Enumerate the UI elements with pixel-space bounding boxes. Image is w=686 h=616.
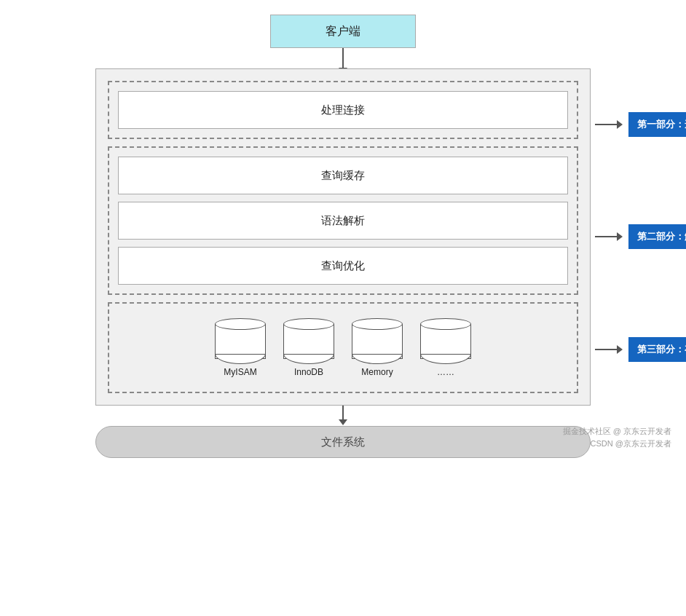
label2-badge: 第二部分：解析与优化 — [628, 224, 686, 249]
innodb-cylinder — [283, 318, 334, 364]
diagram-wrapper: 客户端 处理连接 查询缓存 语法解析 查询优化 — [0, 15, 686, 458]
right-labels-panel: 第一部分：连接管理 第二部分：解析与优化 第三部分：存储引擎 — [595, 68, 686, 406]
syntax-parse-box: 语法解析 — [118, 202, 568, 240]
client-label: 客户端 — [326, 24, 360, 39]
label1-row: 第一部分：连接管理 — [595, 112, 686, 137]
arrow-head-1 — [617, 120, 623, 129]
myisam-bottom — [215, 354, 266, 364]
memory-top — [352, 318, 403, 330]
memory-engine: Memory — [352, 318, 403, 377]
server-box: 处理连接 查询缓存 语法解析 查询优化 — [95, 68, 591, 406]
watermark-line1: 掘金技术社区 @ 京东云开发者 — [563, 425, 671, 438]
other-top — [420, 318, 471, 330]
watermark-line2: CSDN @京东云开发者 — [563, 438, 671, 451]
query-cache-label: 查询缓存 — [321, 169, 365, 183]
arrow-line-3 — [595, 349, 617, 350]
connection-section: 处理连接 — [108, 81, 578, 139]
other-cylinder — [420, 318, 471, 364]
other-engine: …… — [420, 318, 471, 377]
connection-label: 处理连接 — [321, 103, 365, 117]
label2-row: 第二部分：解析与优化 — [595, 224, 686, 249]
engine-cylinders: MyISAM InnoDB — [215, 312, 471, 383]
innodb-label: InnoDB — [294, 367, 323, 377]
filesystem-bar: 文件系统 — [95, 426, 591, 458]
other-bottom — [420, 354, 471, 364]
connection-box: 处理连接 — [118, 91, 568, 129]
arrow-head-3 — [617, 345, 623, 354]
myisam-engine: MyISAM — [215, 318, 266, 377]
innodb-engine: InnoDB — [283, 318, 334, 377]
filesystem-label: 文件系统 — [321, 435, 365, 449]
server-to-fs-arrow — [342, 406, 344, 420]
innodb-bottom — [283, 354, 334, 364]
client-to-server-arrow — [342, 48, 344, 68]
query-optimize-label: 查询优化 — [321, 259, 365, 273]
memory-bottom — [352, 354, 403, 364]
query-optimize-box: 查询优化 — [118, 247, 568, 285]
other-label: …… — [437, 367, 454, 377]
server-area: 处理连接 查询缓存 语法解析 查询优化 — [95, 68, 591, 406]
arrow-line-2 — [595, 236, 617, 237]
myisam-label: MyISAM — [224, 367, 256, 377]
watermark: 掘金技术社区 @ 京东云开发者 CSDN @京东云开发者 — [563, 425, 671, 451]
query-cache-box: 查询缓存 — [118, 157, 568, 194]
innodb-top — [283, 318, 334, 330]
storage-section: MyISAM InnoDB — [108, 302, 578, 393]
syntax-parse-label: 语法解析 — [321, 214, 365, 228]
client-box: 客户端 — [270, 15, 416, 48]
arrow-head-2 — [617, 232, 623, 241]
myisam-top — [215, 318, 266, 330]
arrow-line-1 — [595, 124, 617, 125]
label3-badge: 第三部分：存储引擎 — [628, 337, 686, 362]
label3-row: 第三部分：存储引擎 — [595, 337, 686, 362]
myisam-cylinder — [215, 318, 266, 364]
parsing-section: 查询缓存 语法解析 查询优化 — [108, 146, 578, 295]
memory-cylinder — [352, 318, 403, 364]
label1-badge: 第一部分：连接管理 — [628, 112, 686, 137]
memory-label: Memory — [361, 367, 393, 377]
